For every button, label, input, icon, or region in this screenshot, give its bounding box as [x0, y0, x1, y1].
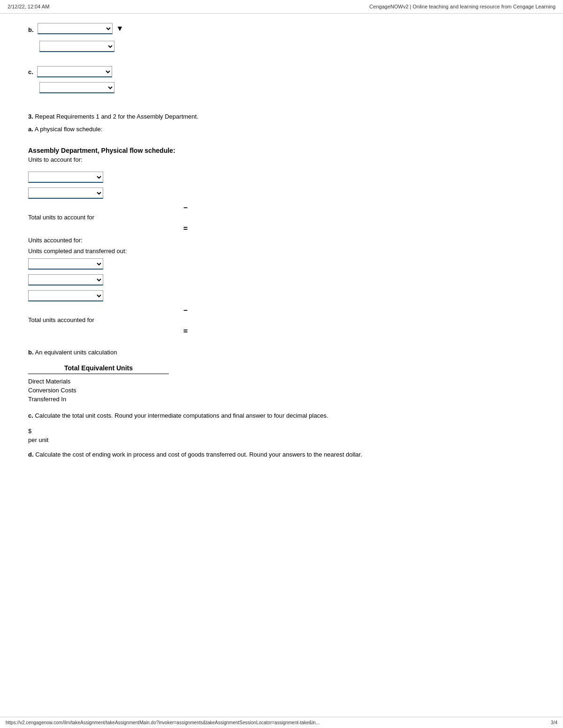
site-title: CengageNOWv2 | Online teaching and learn…: [369, 4, 555, 9]
dropdown-c1[interactable]: [37, 66, 112, 77]
total-units-to-account-for: Total units to account for: [28, 214, 535, 221]
c-label: c.: [28, 68, 33, 75]
dropdown-units3[interactable]: [28, 258, 103, 270]
units-completed-transferred: Units completed and transferred out:: [28, 248, 535, 255]
dropdown-units1[interactable]: [28, 172, 103, 183]
c2-text: Calculate the total unit costs. Round yo…: [35, 412, 328, 419]
a-label: a.: [28, 126, 33, 133]
dollar-sign: $: [28, 428, 31, 435]
dropdown-units2[interactable]: [28, 188, 103, 199]
transferred-in-row: Transferred In: [28, 396, 535, 403]
direct-materials-row: Direct Materials: [28, 378, 535, 385]
bottom-page: 3/4: [551, 720, 557, 725]
dropdown-b1[interactable]: [38, 23, 113, 34]
assembly-heading: Assembly Department, Physical flow sched…: [28, 147, 535, 154]
c2-label: c.: [28, 412, 33, 419]
equals-symbol-1: =: [183, 225, 188, 233]
dropdown-units5[interactable]: [28, 290, 103, 301]
a-text: A physical flow schedule:: [35, 126, 103, 133]
total-units-accounted-for: Total units accounted for: [28, 316, 535, 323]
step3-number: 3.: [28, 113, 33, 120]
dropdown-units4[interactable]: [28, 274, 103, 285]
bottom-url: https://v2.cengagenow.com/ilrn/takeAssig…: [6, 720, 320, 725]
d-label: d.: [28, 451, 34, 458]
d-text: Calculate the cost of ending work in pro…: [35, 451, 362, 458]
conversion-costs-row: Conversion Costs: [28, 387, 535, 394]
b2-text: An equivalent units calculation: [35, 349, 117, 356]
per-unit-label: per unit: [28, 436, 535, 443]
equals-symbol-2: =: [183, 327, 188, 336]
units-accounted-for-label: Units accounted for:: [28, 237, 535, 244]
units-to-account-for-label: Units to account for:: [28, 156, 535, 163]
dropdown-c2[interactable]: [39, 82, 114, 93]
dropdown-b2[interactable]: [39, 41, 114, 52]
step3-text: Repeat Requirements 1 and 2 for the Asse…: [35, 113, 198, 120]
date-label: 2/12/22, 12:04 AM: [8, 4, 49, 9]
minus-symbol-1: –: [183, 203, 188, 212]
b2-label: b.: [28, 349, 34, 356]
minus-symbol-2: –: [183, 306, 188, 315]
b-label: b.: [28, 26, 34, 33]
minus-icon-b1: ▼: [116, 24, 124, 33]
teu-title: Total Equivalent Units: [28, 364, 169, 374]
